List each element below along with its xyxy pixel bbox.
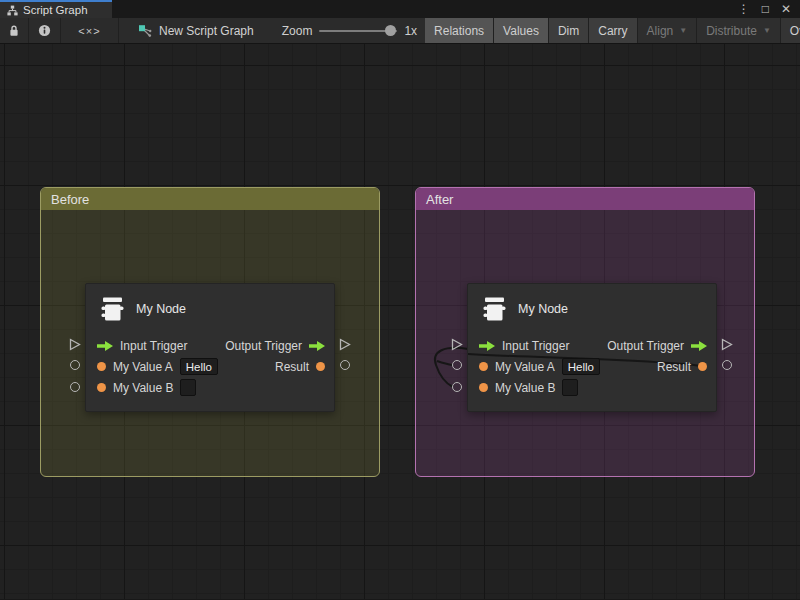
relations-toggle[interactable]: Relations <box>425 18 494 43</box>
value-b-input[interactable] <box>180 379 196 396</box>
ext-value-b-port[interactable] <box>70 382 80 392</box>
zoom-label: Zoom <box>282 24 313 38</box>
ext-flow-out-port[interactable] <box>339 338 351 351</box>
toolbar-toggles: Relations Values Dim Carry Align ▼ Distr… <box>425 18 800 43</box>
port-label: My Value B <box>113 381 173 395</box>
script-graph-window: Script Graph ⋮ □ ✕ <×> <box>0 0 800 600</box>
tab-title: Script Graph <box>23 4 88 16</box>
value-port-icon <box>479 362 488 371</box>
overview-button[interactable]: Overview <box>781 18 800 43</box>
chevron-down-icon: ▼ <box>763 26 771 35</box>
input-trigger-port[interactable]: Input Trigger <box>479 339 569 353</box>
dim-label: Dim <box>558 24 579 38</box>
chevron-down-icon: ▼ <box>679 26 687 35</box>
graph-toolbar: <×> New Script Graph Zoom 1x Relations <box>0 18 800 44</box>
trigger-row: Input Trigger Output Trigger <box>86 335 334 356</box>
graph-name-label: New Script Graph <box>159 24 254 38</box>
graph-canvas[interactable]: Before After My Node <box>0 44 800 599</box>
value-a-port[interactable]: My Value A Hello <box>97 358 218 375</box>
flow-out-icon <box>691 341 707 351</box>
ext-flow-out-port[interactable] <box>721 338 733 351</box>
value-port-icon <box>97 362 106 371</box>
flow-in-icon <box>97 341 113 351</box>
kebab-menu-icon[interactable]: ⋮ <box>738 3 750 15</box>
input-trigger-port[interactable]: Input Trigger <box>97 339 187 353</box>
node-header[interactable]: My Node <box>468 284 716 335</box>
zoom-slider[interactable] <box>319 25 397 36</box>
ext-value-a-port[interactable] <box>70 360 80 370</box>
group-before-header[interactable]: Before <box>41 188 379 210</box>
unit-icon <box>480 295 508 323</box>
port-label: Input Trigger <box>502 339 569 353</box>
tab-strip: Script Graph ⋮ □ ✕ <box>0 0 800 18</box>
value-b-input[interactable] <box>562 379 578 396</box>
dim-toggle[interactable]: Dim <box>549 18 589 43</box>
node-title: My Node <box>518 302 568 316</box>
value-a-input[interactable]: Hello <box>562 358 600 375</box>
port-label: Result <box>275 360 309 374</box>
carry-toggle[interactable]: Carry <box>589 18 637 43</box>
code-toggle-button[interactable]: <×> <box>61 18 119 43</box>
trigger-row: Input Trigger Output Trigger <box>468 335 716 356</box>
ext-flow-in-port[interactable] <box>69 338 81 351</box>
graph-reference-button[interactable]: New Script Graph <box>132 18 260 43</box>
result-port[interactable]: Result <box>275 360 325 374</box>
toolbar-spacer <box>119 18 132 43</box>
value-port-icon <box>479 383 488 392</box>
port-label: Result <box>657 360 691 374</box>
close-icon[interactable]: ✕ <box>781 3 791 15</box>
port-label: My Value A <box>495 360 555 374</box>
values-toggle[interactable]: Values <box>494 18 549 43</box>
window-controls: ⋮ □ ✕ <box>729 0 800 18</box>
info-button[interactable] <box>29 18 61 43</box>
value-a-input[interactable]: Hello <box>180 358 218 375</box>
value-a-row: My Value A Hello Result <box>86 356 334 377</box>
port-label: Output Trigger <box>607 339 684 353</box>
flow-out-icon <box>309 341 325 351</box>
output-trigger-port[interactable]: Output Trigger <box>225 339 325 353</box>
value-b-port[interactable]: My Value B <box>97 379 196 396</box>
graph-tab-icon <box>7 5 18 16</box>
carry-label: Carry <box>598 24 627 38</box>
tab-script-graph[interactable]: Script Graph <box>0 0 112 18</box>
zoom-control: Zoom 1x <box>274 18 425 43</box>
output-trigger-port[interactable]: Output Trigger <box>607 339 707 353</box>
ext-value-a-port[interactable] <box>452 360 462 370</box>
zoom-value: 1x <box>404 24 417 38</box>
distribute-label: Distribute <box>706 24 757 38</box>
port-label: Output Trigger <box>225 339 302 353</box>
code-icon: <×> <box>78 25 100 37</box>
group-before-title: Before <box>51 192 89 207</box>
maximize-icon[interactable]: □ <box>762 3 769 15</box>
graph-asset-icon <box>138 24 153 38</box>
result-port[interactable]: Result <box>657 360 707 374</box>
node-my-node-before[interactable]: My Node Input Trigger Output Trigger M <box>85 283 335 412</box>
relations-label: Relations <box>434 24 484 38</box>
group-after-header[interactable]: After <box>416 188 754 210</box>
node-title: My Node <box>136 302 186 316</box>
lock-button[interactable] <box>0 18 29 43</box>
value-port-icon <box>698 362 707 371</box>
ext-flow-in-port[interactable] <box>451 338 463 351</box>
ext-result-port[interactable] <box>722 360 732 370</box>
ext-value-b-port[interactable] <box>452 382 462 392</box>
node-my-node-after[interactable]: My Node Input Trigger Output Trigger M <box>467 283 717 412</box>
align-dropdown[interactable]: Align ▼ <box>638 18 698 43</box>
value-a-row: My Value A Hello Result <box>468 356 716 377</box>
value-port-icon <box>316 362 325 371</box>
value-b-row: My Value B <box>86 377 334 398</box>
unit-icon <box>98 295 126 323</box>
port-label: My Value B <box>495 381 555 395</box>
overview-label: Overview <box>790 24 800 38</box>
value-b-row: My Value B <box>468 377 716 398</box>
port-label: My Value A <box>113 360 173 374</box>
value-a-port[interactable]: My Value A Hello <box>479 358 600 375</box>
node-header[interactable]: My Node <box>86 284 334 335</box>
distribute-dropdown[interactable]: Distribute ▼ <box>697 18 781 43</box>
ext-result-port[interactable] <box>340 360 350 370</box>
port-label: Input Trigger <box>120 339 187 353</box>
value-b-port[interactable]: My Value B <box>479 379 578 396</box>
value-port-icon <box>97 383 106 392</box>
zoom-slider-handle[interactable] <box>385 25 396 36</box>
values-label: Values <box>503 24 539 38</box>
